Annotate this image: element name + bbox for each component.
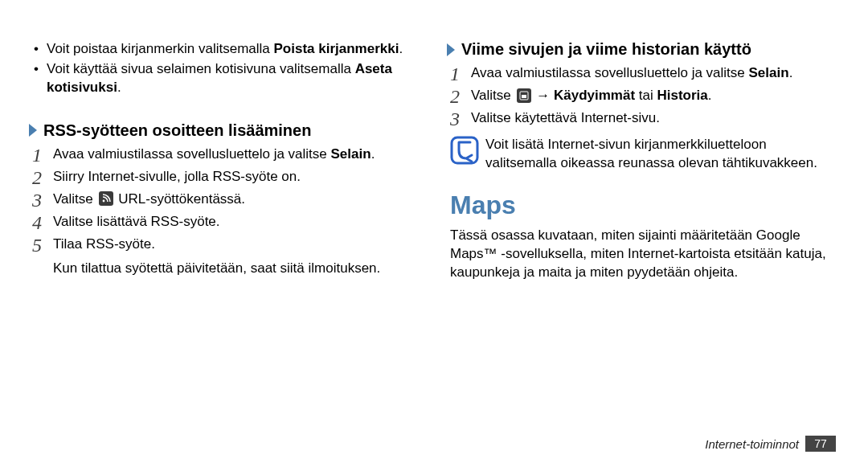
- step-number: 1: [450, 63, 471, 84]
- step-text-post: .: [789, 65, 793, 80]
- step-text-bold: Selain: [331, 146, 371, 162]
- page-number: 77: [805, 436, 836, 452]
- bullet-item: Voit poistaa kirjanmerkin valitsemalla P…: [32, 40, 418, 59]
- step-body: Valitse käytettävä Internet-sivu.: [471, 109, 836, 129]
- body-text: Tässä osassa kuvataan, miten sijainti mä…: [450, 227, 836, 282]
- step-number: 2: [32, 167, 53, 187]
- page-footer: Internet-toiminnot 77: [705, 436, 836, 452]
- bullet-list: Voit poistaa kirjanmerkin valitsemalla P…: [32, 40, 418, 99]
- bullet-text-pre: Voit poistaa kirjanmerkin valitsemalla: [47, 41, 274, 56]
- step-text-pre: Valitse: [471, 88, 515, 103]
- step-item: 3 Valitse käytettävä Internet-sivu.: [450, 109, 836, 129]
- step-item: 2 Siirry Internet-sivulle, jolla RSS-syö…: [32, 167, 418, 187]
- step-text-pre: Valitse: [53, 191, 97, 207]
- step-text-pre: Avaa valmiustilassa sovellusluettelo ja …: [471, 65, 749, 80]
- step-item: 4 Valitse lisättävä RSS-syöte.: [32, 212, 418, 232]
- step-item: 5 Tilaa RSS-syöte.: [32, 235, 418, 255]
- step-text-bold: Käydyimmät: [554, 88, 635, 103]
- svg-marker-2: [447, 43, 455, 56]
- step-item: 1 Avaa valmiustilassa sovellusluettelo j…: [450, 63, 836, 84]
- step-number: 4: [32, 212, 53, 232]
- note-icon: [450, 136, 479, 165]
- step-item: 3 Valitse URL-syöttökentässä.: [32, 190, 418, 210]
- steps-list: 1 Avaa valmiustilassa sovellusluettelo j…: [450, 63, 836, 131]
- recent-icon: [517, 88, 531, 103]
- step-body: Tilaa RSS-syöte.: [53, 235, 418, 255]
- step-text-mid: →: [536, 88, 554, 103]
- rss-icon: [99, 191, 113, 206]
- step-body: Avaa valmiustilassa sovellusluettelo ja …: [53, 145, 418, 165]
- info-row: Voit lisätä Internet-sivun kirjanmerkkil…: [450, 136, 836, 173]
- step-body: Valitse lisättävä RSS-syöte.: [53, 212, 418, 232]
- step-item: 1 Avaa valmiustilassa sovellusluettelo j…: [32, 145, 418, 165]
- footer-label: Internet-toiminnot: [705, 437, 799, 451]
- step-body: Valitse → Käydyimmät tai Historia.: [471, 86, 836, 106]
- bullet-text-post: .: [399, 41, 403, 56]
- steps-list: 1 Avaa valmiustilassa sovellusluettelo j…: [32, 145, 418, 257]
- section-heading: RSS-syötteen osoitteen lisääminen: [43, 121, 311, 140]
- step-number: 2: [450, 86, 471, 106]
- step-item: 2 Valitse → Käydyimmät tai Historia.: [450, 86, 836, 106]
- heading-row: RSS-syötteen osoitteen lisääminen: [27, 121, 418, 140]
- step-number: 3: [32, 190, 53, 210]
- bullet-text-post: .: [117, 80, 121, 95]
- bullet-text-pre: Voit käyttää sivua selaimen kotisivuna v…: [47, 61, 355, 76]
- left-column: Voit poistaa kirjanmerkin valitsemalla P…: [32, 40, 418, 439]
- chevron-right-icon: [27, 122, 39, 138]
- step-text-bold2: Historia: [657, 88, 707, 103]
- info-text: Voit lisätä Internet-sivun kirjanmerkkil…: [485, 136, 836, 173]
- step-afternote: Kun tilattua syötettä päivitetään, saat …: [53, 259, 418, 278]
- chevron-right-icon: [445, 42, 457, 58]
- step-text-pre: Avaa valmiustilassa sovellusluettelo ja …: [53, 146, 331, 162]
- step-text-mid2: tai: [635, 88, 657, 103]
- step-body: Avaa valmiustilassa sovellusluettelo ja …: [471, 63, 836, 84]
- main-section-title: Maps: [450, 190, 836, 220]
- right-column: Viime sivujen ja viime historian käyttö …: [450, 40, 836, 439]
- step-number: 5: [32, 235, 53, 255]
- step-text-post: URL-syöttökentässä.: [118, 191, 245, 207]
- step-body: Valitse URL-syöttökentässä.: [53, 190, 418, 210]
- page: Voit poistaa kirjanmerkin valitsemalla P…: [0, 0, 868, 471]
- svg-point-1: [102, 200, 104, 203]
- bullet-text-bold: Poista kirjanmerkki: [274, 41, 399, 56]
- step-text-post: .: [371, 146, 375, 162]
- svg-rect-4: [522, 95, 526, 98]
- bullet-item: Voit käyttää sivua selaimen kotisivuna v…: [32, 60, 418, 97]
- step-text-post: .: [708, 88, 712, 103]
- heading-row: Viime sivujen ja viime historian käyttö: [445, 40, 836, 59]
- step-number: 3: [450, 109, 471, 129]
- section-heading: Viime sivujen ja viime historian käyttö: [461, 40, 751, 59]
- step-body: Siirry Internet-sivulle, jolla RSS-syöte…: [53, 167, 418, 187]
- step-number: 1: [32, 145, 53, 165]
- step-text-bold: Selain: [749, 65, 789, 80]
- svg-marker-0: [29, 124, 37, 137]
